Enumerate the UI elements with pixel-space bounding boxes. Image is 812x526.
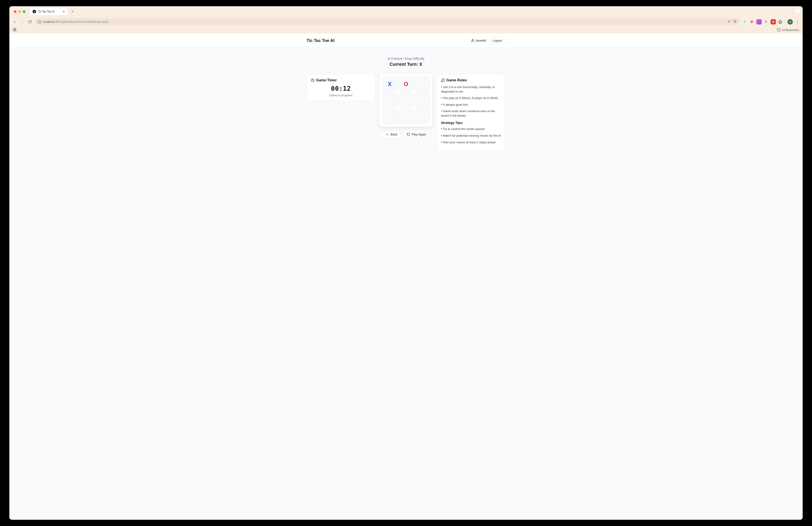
svg-rect-8 bbox=[13, 28, 14, 29]
board-cell-1[interactable]: O bbox=[398, 77, 414, 91]
logout-button[interactable]: Logout bbox=[489, 37, 505, 44]
board-cell-7[interactable] bbox=[398, 109, 414, 124]
extensions-menu-icon[interactable] bbox=[778, 19, 783, 25]
timer-title: Game Timer bbox=[316, 78, 337, 82]
browser-tab[interactable]: ▲ Tic Tac Toe AI ✕ bbox=[30, 8, 68, 15]
all-bookmarks-label: All Bookmarks bbox=[782, 29, 799, 32]
rule-item: • You play as X (Blue), AI plays as O (R… bbox=[441, 96, 501, 100]
apps-grid-icon[interactable] bbox=[13, 28, 16, 32]
play-again-label: Play Again bbox=[411, 133, 426, 136]
site-info-icon[interactable] bbox=[38, 20, 41, 24]
chevron-left-icon bbox=[386, 133, 389, 136]
back-label: Back bbox=[390, 133, 397, 136]
password-key-icon[interactable] bbox=[727, 19, 731, 24]
extension-icon[interactable]: 🦊 bbox=[749, 19, 754, 25]
address-bar[interactable]: localhost:3001/game/board?size=3&difficu… bbox=[35, 18, 740, 25]
timer-status: Game in progress bbox=[311, 94, 371, 97]
rules-title: Game Rules bbox=[446, 78, 467, 82]
user-area: Aveek6 Logout bbox=[471, 37, 505, 44]
svg-point-6 bbox=[797, 22, 797, 22]
tip-item: • Watch for potential winning moves by t… bbox=[441, 133, 501, 138]
new-tab-button[interactable]: + bbox=[70, 9, 75, 14]
game-board: X O bbox=[380, 74, 432, 127]
rule-item: • Game ends when someone wins or the boa… bbox=[441, 109, 501, 118]
board-cell-3[interactable] bbox=[382, 93, 397, 108]
url-host: localhost:3001/game/board?size=3&difficu… bbox=[43, 20, 108, 24]
back-nav-button[interactable] bbox=[12, 19, 17, 25]
bookmark-star-icon[interactable] bbox=[733, 19, 737, 24]
turn-indicator: Current Turn: X bbox=[307, 62, 505, 67]
arrow-right-icon bbox=[20, 20, 24, 24]
traffic-lights bbox=[12, 9, 27, 14]
extension-icon[interactable]: K bbox=[764, 19, 769, 25]
browser-menu-button[interactable] bbox=[795, 19, 800, 25]
reload-button[interactable] bbox=[27, 19, 32, 25]
tab-title: Tic Tac Toe AI bbox=[38, 10, 54, 13]
tips-list: • Try to control the center spaces • Wat… bbox=[441, 127, 501, 144]
board-cell-2[interactable] bbox=[415, 77, 430, 91]
svg-point-12 bbox=[472, 39, 473, 40]
rules-card: Game Rules • Get 3 in a row horizontally… bbox=[437, 74, 505, 151]
game-row: Game Timer 00:12 Game in progress X O bbox=[307, 74, 505, 151]
svg-point-5 bbox=[797, 20, 797, 21]
tip-item: • Plan your moves at least 2 steps ahead bbox=[441, 140, 501, 145]
extension-icon[interactable] bbox=[756, 19, 762, 25]
svg-marker-4 bbox=[733, 20, 736, 23]
profile-avatar[interactable]: A bbox=[787, 19, 793, 25]
svg-rect-11 bbox=[15, 30, 16, 31]
timer-card: Game Timer 00:12 Game in progress bbox=[307, 74, 375, 101]
tips-title: Strategy Tips: bbox=[441, 121, 501, 125]
app-header: Tic Tac Toe AI Aveek6 Logout bbox=[9, 33, 803, 48]
tab-favicon: ▲ bbox=[32, 10, 36, 13]
game-area: 3×3 Board • Easy Difficulty Current Turn… bbox=[306, 48, 506, 160]
tip-item: • Try to control the center spaces bbox=[441, 127, 501, 131]
timer-value: 00:12 bbox=[311, 85, 371, 92]
board-column: X O Back bbox=[380, 74, 432, 138]
tab-close-button[interactable]: ✕ bbox=[62, 10, 65, 13]
forward-nav-button[interactable] bbox=[19, 19, 25, 25]
rotate-ccw-icon bbox=[407, 133, 410, 136]
user-icon bbox=[471, 39, 475, 42]
titlebar: ▲ Tic Tac Toe AI ✕ + ⌄ bbox=[9, 6, 803, 17]
extension-icons: G 🦊 K ■ | A bbox=[742, 19, 800, 25]
toolbar: localhost:3001/game/board?size=3&difficu… bbox=[9, 17, 803, 27]
board-actions: Back Play Again bbox=[382, 131, 430, 138]
username: Aveek6 bbox=[476, 39, 486, 42]
board-cell-5[interactable] bbox=[415, 93, 430, 108]
reload-icon bbox=[28, 20, 32, 24]
folder-icon bbox=[777, 28, 781, 32]
board-cell-0[interactable]: X bbox=[382, 77, 397, 91]
window-minimize-button[interactable] bbox=[18, 10, 21, 13]
arrow-left-icon bbox=[13, 20, 16, 24]
bookmarks-bar: All Bookmarks bbox=[9, 27, 803, 33]
play-again-button[interactable]: Play Again bbox=[403, 131, 430, 138]
rules-list: • Get 3 in a row horizontally, verticall… bbox=[441, 85, 501, 118]
rule-item: • Get 3 in a row horizontally, verticall… bbox=[441, 85, 501, 94]
window-maximize-button[interactable] bbox=[23, 10, 25, 13]
extension-icon[interactable]: G bbox=[742, 19, 748, 25]
rule-item: • X always goes first bbox=[441, 102, 501, 107]
scroll-icon bbox=[441, 79, 445, 82]
app-title: Tic Tac Toe AI bbox=[307, 38, 334, 43]
back-button[interactable]: Back bbox=[382, 131, 401, 138]
user-chip: Aveek6 bbox=[471, 39, 486, 42]
browser-window: ▲ Tic Tac Toe AI ✕ + ⌄ localhost:3001/ga… bbox=[9, 6, 803, 520]
board-cell-6[interactable] bbox=[382, 109, 397, 124]
clock-icon bbox=[311, 79, 315, 82]
extension-icon[interactable]: ■ bbox=[771, 19, 776, 25]
window-close-button[interactable] bbox=[14, 10, 16, 13]
board-cell-4[interactable] bbox=[398, 93, 414, 108]
svg-rect-9 bbox=[15, 28, 16, 29]
all-bookmarks-button[interactable]: All Bookmarks bbox=[777, 28, 799, 32]
tabs-dropdown-button[interactable]: ⌄ bbox=[795, 9, 800, 14]
svg-rect-10 bbox=[13, 30, 14, 31]
game-meta: 3×3 Board • Easy Difficulty bbox=[307, 57, 505, 60]
board-cell-8[interactable] bbox=[415, 109, 430, 124]
page-viewport: Tic Tac Toe AI Aveek6 Logout 3×3 Board •… bbox=[9, 33, 803, 520]
